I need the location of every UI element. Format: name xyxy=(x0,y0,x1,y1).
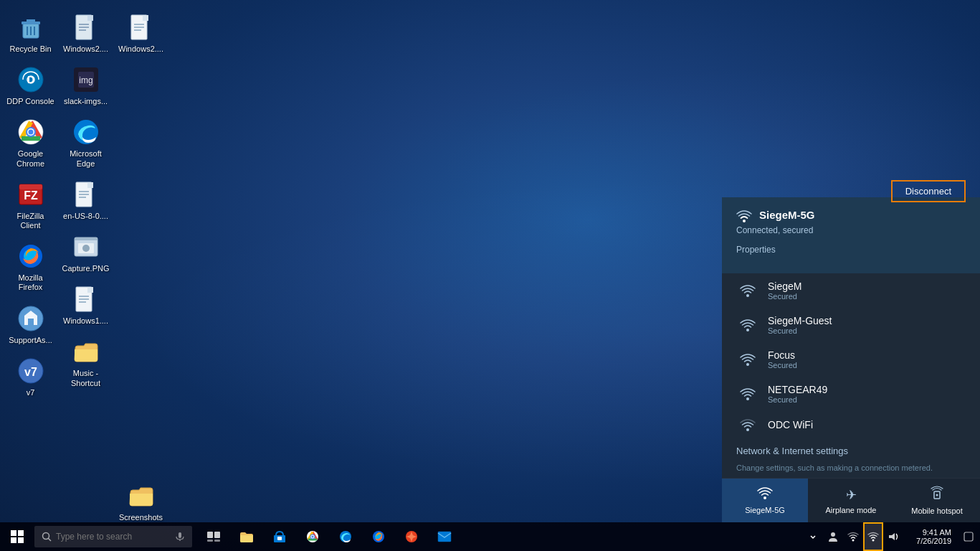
svg-rect-73 xyxy=(214,540,220,542)
search-icon xyxy=(42,532,52,542)
firefox-taskbar-button[interactable] xyxy=(363,522,394,551)
torch-browser-button[interactable] xyxy=(396,522,427,551)
support-assist-label: SupportAs... xyxy=(9,336,52,345)
taskbar-clock[interactable]: 9:41 AM 7/26/2019 xyxy=(903,522,957,551)
screenshots-icon xyxy=(127,481,156,510)
desktop-icon-filezilla[interactable]: FZ FileZilla Client xyxy=(4,174,57,236)
wifi-bottom-hotspot-btn[interactable]: Mobile hotspot xyxy=(894,479,980,522)
focus-wifi-icon xyxy=(736,353,759,366)
wifi-bottom-row: SiegeM-5G ✈ Airplane mode Mobile hotspot xyxy=(722,478,980,522)
wifi-disconnect-button[interactable]: Disconnect xyxy=(891,180,966,202)
desktop-icon-google-chrome[interactable]: Google Chrome xyxy=(4,112,57,174)
desktop-icon-recycle-bin[interactable]: Recycle Bin xyxy=(4,7,57,60)
desktop-icon-slack[interactable]: img slack-imgs... xyxy=(59,60,113,112)
filezilla-icon: FZ xyxy=(16,180,45,209)
notification-center-button[interactable] xyxy=(957,522,980,551)
wifi-bottom-siegem5g-icon xyxy=(757,486,773,503)
voice-search-icon xyxy=(175,532,185,542)
wifi-network-row-odc-wifi[interactable]: ODC WiFi xyxy=(722,411,980,438)
wifi-settings-link[interactable]: Network & Internet settings xyxy=(722,438,980,463)
desktop-icon-mozilla-firefox[interactable]: Mozilla Firefox xyxy=(4,236,57,298)
tray-volume-icon[interactable] xyxy=(883,522,903,551)
windows2-label: Windows2.... xyxy=(63,44,108,54)
svg-rect-70 xyxy=(207,532,213,538)
file-explorer-button[interactable] xyxy=(231,522,262,551)
netgear49-info: NETGEAR49 Secured xyxy=(768,384,827,404)
taskbar-search-box[interactable] xyxy=(34,526,192,547)
svg-point-54 xyxy=(746,294,749,297)
wifi-network-row-netgear49[interactable]: NETGEAR49 Secured xyxy=(722,377,980,411)
google-chrome-icon xyxy=(16,118,45,146)
screenshots-label: Screenshots xyxy=(119,513,163,522)
desktop-icon-windows1[interactable]: Windows1.... xyxy=(59,279,113,331)
svg-point-85 xyxy=(831,532,835,537)
recycle-bin-label: Recycle Bin xyxy=(9,44,51,54)
wifi-network-row-focus[interactable]: Focus Secured xyxy=(722,342,980,377)
tray-network-icon[interactable] xyxy=(843,522,863,551)
svg-point-66 xyxy=(43,533,49,540)
tray-wifi-active-icon[interactable] xyxy=(863,522,883,551)
svg-rect-27 xyxy=(79,24,89,25)
start-button[interactable] xyxy=(0,522,34,551)
taskbar-app-icons xyxy=(198,522,460,551)
store-button[interactable] xyxy=(264,522,295,551)
recycle-bin-icon xyxy=(16,13,45,42)
svg-rect-35 xyxy=(87,182,93,188)
svg-rect-72 xyxy=(207,540,213,542)
svg-point-55 xyxy=(746,329,749,331)
desktop-icon-microsoft-edge[interactable]: Microsoft Edge xyxy=(59,112,113,174)
siegem-wifi-icon xyxy=(736,284,759,297)
mozilla-firefox-icon xyxy=(16,242,45,270)
windows1-icon xyxy=(72,285,100,314)
siegem-status: Secured xyxy=(768,292,801,301)
windows2-icon xyxy=(72,13,100,42)
support-assist-icon xyxy=(16,304,45,333)
mail-taskbar-button[interactable] xyxy=(429,522,460,551)
svg-rect-45 xyxy=(79,296,89,297)
wifi-bottom-siegem5g-btn[interactable]: SiegeM-5G xyxy=(722,479,808,522)
siegem-info: SiegeM Secured xyxy=(768,281,801,301)
slack-label: slack-imgs... xyxy=(64,97,108,106)
wifi-network-row-siegem-guest[interactable]: SiegeM-Guest Secured xyxy=(722,308,980,342)
filezilla-label: FileZilla Client xyxy=(6,212,54,230)
svg-point-53 xyxy=(743,220,746,222)
airplane-mode-icon: ✈ xyxy=(846,487,857,503)
svg-rect-26 xyxy=(87,15,93,21)
svg-rect-4 xyxy=(27,19,34,22)
slack-icon: img xyxy=(72,65,100,94)
wifi-connected-section: SiegeM-5G Connected, secured Properties … xyxy=(722,197,980,273)
wifi-bottom-airplane-btn[interactable]: ✈ Airplane mode xyxy=(808,479,894,522)
desktop-icon-capture-png[interactable]: Capture.PNG xyxy=(59,227,113,279)
icon-column-2: Windows2.... img slack-imgs... xyxy=(59,7,113,394)
desktop-icon-v7[interactable]: v7 v7 xyxy=(4,351,57,403)
svg-point-42 xyxy=(82,245,90,252)
microsoft-edge-icon xyxy=(72,118,100,146)
svg-rect-40 xyxy=(75,237,97,240)
desktop-icon-windows2[interactable]: Windows2.... xyxy=(59,7,113,60)
ddp-console-label: DDP Console xyxy=(6,97,54,106)
desktop-icon-screenshots[interactable]: Screenshots xyxy=(114,476,168,528)
desktop-icon-en-us-file[interactable]: en-US-8-0.... xyxy=(59,174,113,227)
svg-rect-71 xyxy=(214,532,220,538)
wifi-network-row-siegem[interactable]: SiegeM Secured xyxy=(722,273,980,308)
desktop-icon-music-shortcut[interactable]: Music - Shortcut xyxy=(59,331,113,393)
taskbar: 9:41 AM 7/26/2019 xyxy=(0,522,980,551)
wifi-properties-link[interactable]: Properties xyxy=(736,245,776,255)
edge-taskbar-button[interactable] xyxy=(330,522,361,551)
clock-time: 9:41 AM xyxy=(923,528,951,537)
desktop-icon-support-assist[interactable]: SupportAs... xyxy=(4,298,57,351)
search-input[interactable] xyxy=(56,532,172,542)
chrome-taskbar-button[interactable] xyxy=(297,522,328,551)
desktop-icon-windows3[interactable]: Windows2.... xyxy=(114,7,168,60)
odc-wifi-icon xyxy=(736,418,759,431)
task-view-button[interactable] xyxy=(198,522,229,551)
svg-rect-65 xyxy=(18,537,24,543)
tray-chevron-button[interactable] xyxy=(803,522,823,551)
desktop-icon-ddp-console[interactable]: D DDP Console xyxy=(4,60,57,112)
siegem-guest-wifi-icon xyxy=(736,319,759,331)
svg-rect-75 xyxy=(277,537,282,540)
mobile-hotspot-icon xyxy=(930,486,944,504)
tray-people-icon[interactable] xyxy=(823,522,843,551)
netgear49-name: NETGEAR49 xyxy=(768,384,827,395)
svg-rect-84 xyxy=(438,532,451,542)
